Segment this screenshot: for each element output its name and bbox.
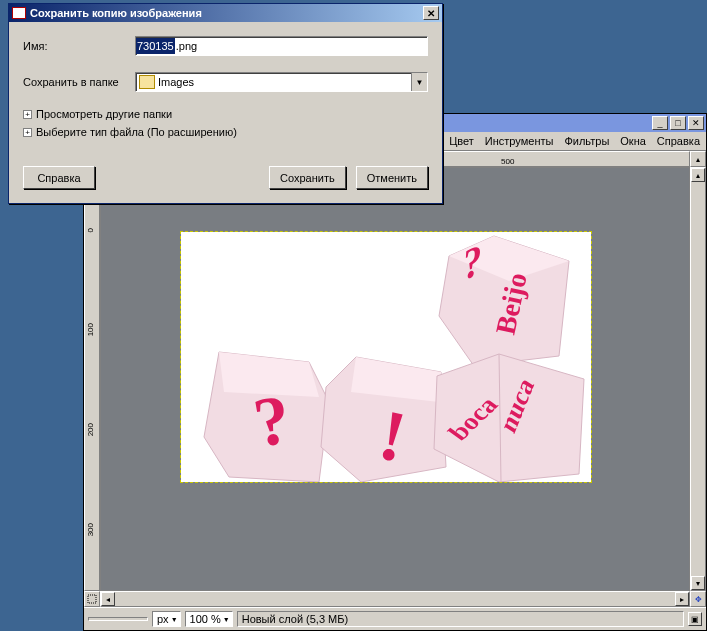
ruler-corner-tr: ▴ — [690, 151, 706, 167]
horizontal-scrollbar[interactable]: ◂ ▸ — [100, 591, 690, 607]
ruler-tick: 300 — [86, 523, 95, 536]
canvas[interactable]: ? ! ? Beijo — [100, 167, 690, 591]
folder-label: Сохранить в папке — [23, 76, 135, 88]
save-copy-dialog: Сохранить копию изображения ✕ Имя: 73013… — [8, 3, 443, 204]
dialog-titlebar: Сохранить копию изображения ✕ — [9, 4, 442, 22]
menu-tools[interactable]: Инструменты — [485, 135, 554, 147]
scroll-up-button[interactable]: ▴ — [691, 168, 705, 182]
vertical-scrollbar[interactable]: ▴ ▾ — [690, 167, 706, 591]
chevron-down-icon: ▼ — [411, 73, 427, 91]
help-button[interactable]: Справка — [23, 166, 95, 189]
dialog-close-button[interactable]: ✕ — [423, 6, 439, 20]
browse-folders-expander[interactable]: + Просмотреть другие папки — [23, 108, 428, 120]
scroll-right-button[interactable]: ▸ — [675, 592, 689, 606]
expander-label: Просмотреть другие папки — [36, 108, 172, 120]
ruler-tick: 200 — [86, 423, 95, 436]
status-message: Новый слой (5,3 МБ) — [237, 611, 684, 627]
scroll-down-button[interactable]: ▾ — [691, 576, 705, 590]
menu-color[interactable]: Цвет — [449, 135, 474, 147]
file-type-expander[interactable]: + Выберите тип файла (По расширению) — [23, 126, 428, 138]
plus-icon: + — [23, 128, 32, 137]
plus-icon: + — [23, 110, 32, 119]
canvas-area: ▾ 300 400 500 ▴ 0 100 200 300 ? — [84, 150, 706, 607]
name-label: Имя: — [23, 40, 135, 52]
save-button[interactable]: Сохранить — [269, 166, 346, 189]
filename-input[interactable]: 730135.png — [135, 36, 428, 56]
svg-rect-14 — [88, 595, 96, 603]
close-button[interactable]: ✕ — [688, 116, 704, 130]
folder-value: Images — [158, 76, 411, 88]
unit-selector[interactable]: px▼ — [152, 611, 181, 627]
folder-icon — [139, 75, 155, 89]
menu-filters[interactable]: Фильтры — [564, 135, 609, 147]
ruler-tick: 0 — [86, 228, 95, 232]
menu-help[interactable]: Справка — [657, 135, 700, 147]
filename-selection: 730135 — [136, 38, 175, 54]
zoom-selector[interactable]: 100 %▼ — [185, 611, 233, 627]
app-icon — [12, 7, 26, 19]
expander-label: Выберите тип файла (По расширению) — [36, 126, 237, 138]
cancel-op-button[interactable]: ▣ — [688, 612, 702, 626]
dice-image: ? ! ? Beijo — [181, 232, 591, 482]
menu-windows[interactable]: Окна — [620, 135, 646, 147]
ruler-tick: 100 — [86, 323, 95, 336]
filename-extension: .png — [175, 38, 198, 54]
zoom-value: 100 % — [190, 613, 221, 625]
image-content: ? ! ? Beijo — [181, 232, 591, 482]
vertical-ruler[interactable]: 0 100 200 300 — [84, 167, 100, 591]
dialog-title: Сохранить копию изображения — [30, 7, 202, 19]
maximize-button[interactable]: □ — [670, 116, 686, 130]
status-bar: px▼ 100 %▼ Новый слой (5,3 МБ) ▣ — [84, 607, 706, 630]
cancel-button[interactable]: Отменить — [356, 166, 428, 189]
minimize-button[interactable]: _ — [652, 116, 668, 130]
scroll-left-button[interactable]: ◂ — [101, 592, 115, 606]
ruler-tick: 500 — [501, 157, 514, 166]
quickmask-button[interactable] — [84, 591, 100, 607]
folder-selector[interactable]: Images ▼ — [135, 72, 428, 92]
pointer-position — [88, 617, 148, 621]
navigation-button[interactable]: ✥ — [690, 591, 706, 607]
svg-text:?: ? — [462, 233, 483, 290]
unit-value: px — [157, 613, 169, 625]
